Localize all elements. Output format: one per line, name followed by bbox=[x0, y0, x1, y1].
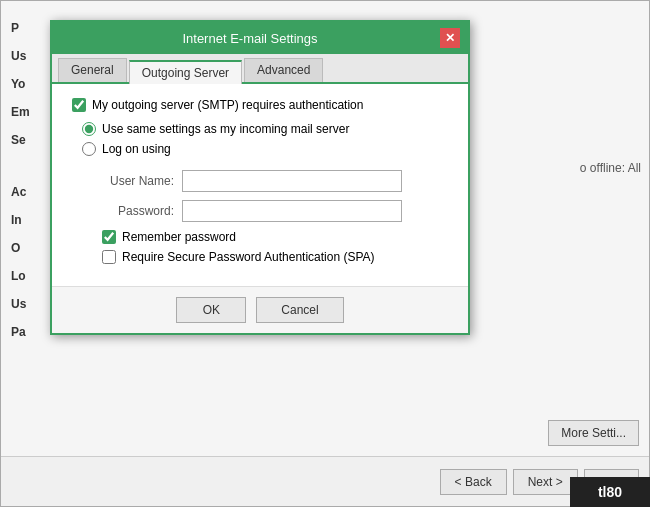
email-settings-dialog: Internet E-mail Settings ✕ General Outgo… bbox=[50, 20, 470, 335]
smtp-auth-label: My outgoing server (SMTP) requires authe… bbox=[92, 98, 363, 112]
bg-label-lo: Lo bbox=[11, 269, 46, 283]
username-row: User Name: bbox=[92, 170, 448, 192]
smtp-auth-row: My outgoing server (SMTP) requires authe… bbox=[72, 98, 448, 112]
radio-logon[interactable] bbox=[82, 142, 96, 156]
remember-password-row: Remember password bbox=[102, 230, 448, 244]
remember-password-checkbox[interactable] bbox=[102, 230, 116, 244]
password-row: Password: bbox=[92, 200, 448, 222]
back-button[interactable]: < Back bbox=[440, 469, 507, 495]
smtp-auth-checkbox[interactable] bbox=[72, 98, 86, 112]
bg-label-se: Se bbox=[11, 133, 46, 147]
watermark: tl80 bbox=[570, 477, 650, 507]
dialog-footer: OK Cancel bbox=[52, 286, 468, 333]
spa-label: Require Secure Password Authentication (… bbox=[122, 250, 375, 264]
options-section: Remember password Require Secure Passwor… bbox=[92, 230, 448, 264]
dialog-tabs: General Outgoing Server Advanced bbox=[52, 54, 468, 84]
bg-label-o: O bbox=[11, 241, 46, 255]
tab-outgoing-server[interactable]: Outgoing Server bbox=[129, 60, 242, 84]
radio-same-settings[interactable] bbox=[82, 122, 96, 136]
spa-checkbox[interactable] bbox=[102, 250, 116, 264]
bg-label-u: Us bbox=[11, 49, 46, 63]
dialog-title: Internet E-mail Settings bbox=[60, 31, 440, 46]
dialog-close-button[interactable]: ✕ bbox=[440, 28, 460, 48]
spa-row: Require Secure Password Authentication (… bbox=[102, 250, 448, 264]
next-button[interactable]: Next > bbox=[513, 469, 578, 495]
bg-label-p: P bbox=[11, 21, 46, 35]
password-input[interactable] bbox=[182, 200, 402, 222]
remember-password-label: Remember password bbox=[122, 230, 236, 244]
dialog-titlebar: Internet E-mail Settings ✕ bbox=[52, 22, 468, 54]
dialog-body: My outgoing server (SMTP) requires authe… bbox=[52, 84, 468, 286]
radio-logon-row: Log on using bbox=[82, 142, 448, 156]
tab-general[interactable]: General bbox=[58, 58, 127, 82]
bg-bottom-bar: < Back Next > Ca... bbox=[1, 456, 649, 506]
radio-logon-label: Log on using bbox=[102, 142, 171, 156]
username-label: User Name: bbox=[92, 174, 182, 188]
radio-same-settings-label: Use same settings as my incoming mail se… bbox=[102, 122, 349, 136]
auth-radio-group: Use same settings as my incoming mail se… bbox=[82, 122, 448, 156]
password-label: Password: bbox=[92, 204, 182, 218]
bg-label-ac: Ac bbox=[11, 185, 46, 199]
username-input[interactable] bbox=[182, 170, 402, 192]
tab-advanced[interactable]: Advanced bbox=[244, 58, 323, 82]
bg-label-yo: Yo bbox=[11, 77, 46, 91]
watermark-text: tl80 bbox=[598, 484, 622, 500]
bg-offline-text: o offline: All bbox=[580, 161, 641, 175]
radio-same-settings-row: Use same settings as my incoming mail se… bbox=[82, 122, 448, 136]
bg-label-us2: Us bbox=[11, 297, 46, 311]
bg-label-pa: Pa bbox=[11, 325, 46, 339]
bg-label-em: Em bbox=[11, 105, 46, 119]
cancel-button[interactable]: Cancel bbox=[256, 297, 343, 323]
more-settings-button[interactable]: More Setti... bbox=[548, 420, 639, 446]
bg-label-in: In bbox=[11, 213, 46, 227]
ok-button[interactable]: OK bbox=[176, 297, 246, 323]
